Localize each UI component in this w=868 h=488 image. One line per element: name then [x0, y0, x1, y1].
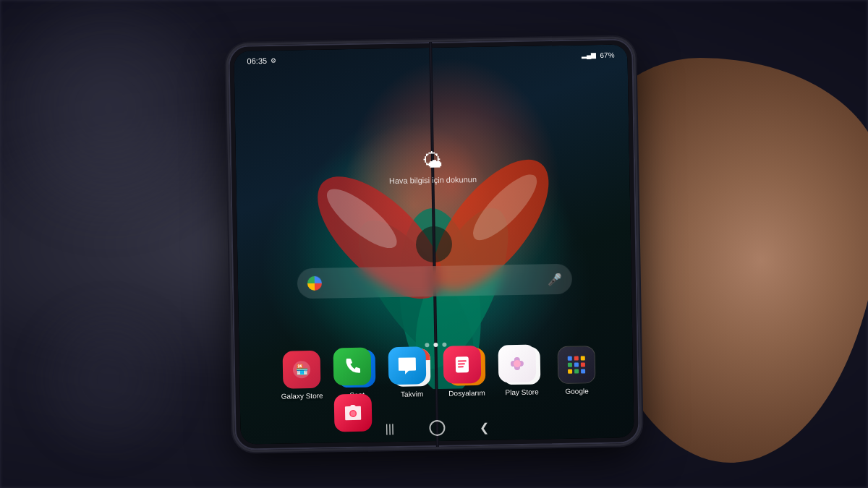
- recents-button[interactable]: |||: [386, 421, 395, 435]
- search-input-area[interactable]: [328, 279, 548, 283]
- app-galaxy-store[interactable]: 🏪 Galaxy Store: [277, 350, 327, 400]
- google-g-icon: [307, 275, 322, 290]
- microphone-icon[interactable]: 🎤: [548, 272, 562, 286]
- home-button[interactable]: [429, 419, 445, 435]
- dock-yoink[interactable]: [437, 345, 487, 383]
- weather-widget[interactable]: 🌤 Hava bilgisi için dokunun: [388, 147, 477, 184]
- dot-8: [574, 369, 579, 373]
- status-icons: ▂▄▆ 67%: [582, 51, 615, 59]
- clock-display: 06:35: [247, 56, 267, 64]
- battery-display: 67%: [600, 51, 614, 59]
- app-google[interactable]: Google: [551, 345, 601, 395]
- phone-device: 06:35 ⚙ ▂▄▆ 67% 🌤 Hava bilgisi için doku…: [228, 38, 640, 450]
- dot-6: [581, 362, 585, 367]
- dock-flower[interactable]: [492, 344, 542, 382]
- dock-messages[interactable]: [382, 346, 432, 385]
- bg-blob-1: [0, 0, 217, 217]
- galaxy-store-icon: 🏪: [283, 350, 321, 388]
- google-icon: [557, 346, 595, 384]
- google-label: Google: [565, 387, 588, 395]
- back-button[interactable]: ❮: [480, 420, 489, 434]
- dot-1: [568, 356, 572, 360]
- status-time-area: 06:35 ⚙: [247, 56, 276, 65]
- phone-icon: [333, 347, 371, 385]
- messages-icon: [388, 346, 426, 385]
- scene: 06:35 ⚙ ▂▄▆ 67% 🌤 Hava bilgisi için doku…: [0, 0, 868, 488]
- dot-4: [568, 362, 572, 367]
- google-grid: [568, 356, 585, 373]
- dot-9: [581, 369, 585, 373]
- signal-icon: ▂▄▆: [582, 51, 597, 59]
- svg-text:🏪: 🏪: [295, 364, 308, 376]
- search-bar[interactable]: 🎤: [297, 263, 573, 299]
- weather-icon: 🌤: [388, 147, 477, 173]
- dock-phone[interactable]: [327, 347, 377, 385]
- dot-2: [574, 356, 579, 360]
- bg-blob-2: [36, 307, 181, 452]
- yoink-icon: [443, 345, 481, 383]
- dot-7: [568, 369, 572, 373]
- galaxy-store-label: Galaxy Store: [281, 391, 323, 400]
- flower-icon: [498, 344, 536, 382]
- weather-label: Hava bilgisi için dokunun: [389, 174, 477, 184]
- dot-5: [574, 362, 579, 367]
- dot-3: [581, 356, 585, 360]
- settings-icon: ⚙: [271, 56, 276, 64]
